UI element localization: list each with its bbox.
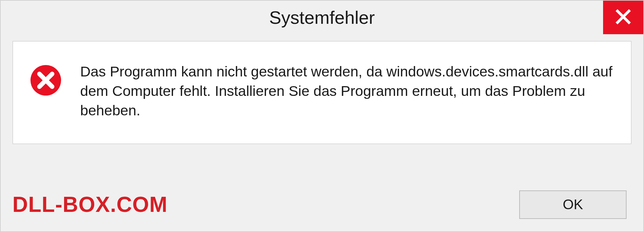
error-icon: [30, 64, 62, 96]
error-dialog: Systemfehler Das Programm kann nicht ge: [0, 0, 644, 232]
close-icon: [615, 8, 632, 26]
error-icon-wrapper: [30, 62, 62, 96]
error-message: Das Programm kann nicht gestartet werden…: [80, 62, 612, 120]
watermark-text: DLL-BOX.COM: [12, 192, 168, 217]
close-button[interactable]: [603, 1, 643, 34]
ok-button-label: OK: [563, 196, 583, 213]
title-bar: Systemfehler: [1, 1, 643, 34]
footer-bar: DLL-BOX.COM OK: [1, 184, 643, 231]
dialog-title: Systemfehler: [269, 7, 375, 28]
ok-button[interactable]: OK: [519, 190, 627, 219]
content-panel: Das Programm kann nicht gestartet werden…: [12, 41, 632, 144]
